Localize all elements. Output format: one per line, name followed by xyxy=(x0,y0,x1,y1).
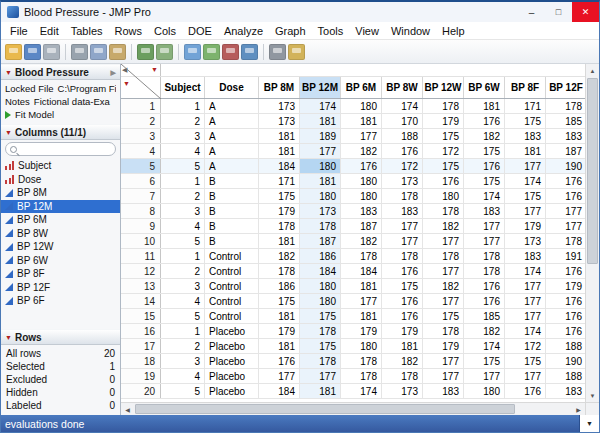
new-data-table-icon[interactable] xyxy=(184,44,201,60)
cell[interactable]: 178 xyxy=(546,99,585,113)
cell[interactable]: 176 xyxy=(546,189,585,203)
cell[interactable]: 181 xyxy=(259,339,300,353)
cell[interactable]: 175 xyxy=(382,279,423,293)
cell[interactable]: 178 xyxy=(464,249,505,263)
cell[interactable]: 181 xyxy=(259,129,300,143)
cell[interactable]: 177 xyxy=(464,369,505,383)
row-number[interactable]: 5 xyxy=(121,159,161,173)
cell[interactable]: Control xyxy=(205,249,259,263)
cell[interactable]: 175 xyxy=(464,144,505,158)
cell[interactable]: 178 xyxy=(423,324,464,338)
cell[interactable]: 183 xyxy=(423,384,464,398)
column-item-bp-8w[interactable]: BP 8W xyxy=(1,227,120,241)
scroll-up-icon[interactable]: ▲ xyxy=(586,64,599,77)
cell[interactable]: A xyxy=(205,144,259,158)
row-number[interactable]: 16 xyxy=(121,324,161,338)
column-header-bp-12f[interactable]: BP 12F xyxy=(546,77,585,98)
column-header-bp-8m[interactable]: BP 8M xyxy=(259,77,300,98)
cell[interactable]: Placebo xyxy=(205,324,259,338)
cell[interactable]: 181 xyxy=(259,234,300,248)
row-number[interactable]: 18 xyxy=(121,354,161,368)
cell[interactable]: Placebo xyxy=(205,384,259,398)
cell[interactable]: 182 xyxy=(423,219,464,233)
cell[interactable]: 176 xyxy=(382,144,423,158)
row-number[interactable]: 15 xyxy=(121,309,161,323)
cell[interactable]: 1 xyxy=(161,174,205,188)
row-number[interactable]: 19 xyxy=(121,369,161,383)
cell[interactable]: Control xyxy=(205,279,259,293)
cell[interactable]: 176 xyxy=(382,294,423,308)
cell[interactable]: 172 xyxy=(382,159,423,173)
scroll-right-icon[interactable]: ▶ xyxy=(572,403,585,415)
cell[interactable]: 175 xyxy=(464,354,505,368)
cell[interactable]: 176 xyxy=(382,264,423,278)
cell[interactable]: 4 xyxy=(161,219,205,233)
cell[interactable]: 2 xyxy=(161,339,205,353)
open-icon[interactable] xyxy=(5,44,22,60)
column-item-bp-12f[interactable]: BP 12F xyxy=(1,281,120,295)
cell[interactable]: 187 xyxy=(300,234,341,248)
cell[interactable]: 175 xyxy=(300,339,341,353)
cell[interactable]: 176 xyxy=(546,294,585,308)
cell[interactable]: 182 xyxy=(464,129,505,143)
cell[interactable]: Control xyxy=(205,294,259,308)
cell[interactable]: 188 xyxy=(546,339,585,353)
cell[interactable]: 172 xyxy=(423,144,464,158)
cell[interactable]: 182 xyxy=(341,234,382,248)
red-triangle-menu-icon[interactable]: ▼ xyxy=(5,129,12,136)
cell[interactable]: 181 xyxy=(259,144,300,158)
menu-view[interactable]: View xyxy=(349,25,385,37)
column-header-bp-6m[interactable]: BP 6M xyxy=(341,77,382,98)
cell[interactable]: 179 xyxy=(505,219,546,233)
cell[interactable]: 3 xyxy=(161,204,205,218)
redo-icon[interactable] xyxy=(156,44,173,60)
cell[interactable]: 179 xyxy=(382,324,423,338)
cell[interactable]: 181 xyxy=(341,309,382,323)
row-number[interactable]: 10 xyxy=(121,234,161,248)
rows-red-triangle-menu-icon[interactable]: ▼ xyxy=(123,80,130,87)
cell[interactable]: 179 xyxy=(546,279,585,293)
cell[interactable]: Placebo xyxy=(205,339,259,353)
cell[interactable]: 176 xyxy=(341,159,382,173)
cell[interactable]: 178 xyxy=(382,369,423,383)
cell[interactable]: Control xyxy=(205,309,259,323)
cell[interactable]: 174 xyxy=(505,324,546,338)
cell[interactable]: 184 xyxy=(259,159,300,173)
column-item-bp-8m[interactable]: BP 8M xyxy=(1,186,120,200)
cell[interactable]: 177 xyxy=(300,369,341,383)
row-number[interactable]: 14 xyxy=(121,294,161,308)
row-number[interactable]: 3 xyxy=(121,129,161,143)
cell[interactable]: 1 xyxy=(161,99,205,113)
column-item-bp-12w[interactable]: BP 12W xyxy=(1,240,120,254)
cell[interactable]: 177 xyxy=(464,234,505,248)
save-icon[interactable] xyxy=(24,44,41,60)
minimize-button[interactable]: – xyxy=(518,2,545,22)
cell[interactable]: 181 xyxy=(300,114,341,128)
cell[interactable]: 2 xyxy=(161,114,205,128)
column-item-bp-6m[interactable]: BP 6M xyxy=(1,213,120,227)
horizontal-scroll-thumb[interactable] xyxy=(135,404,515,414)
cell[interactable]: 181 xyxy=(505,144,546,158)
cell[interactable]: 181 xyxy=(300,384,341,398)
cell[interactable]: 176 xyxy=(546,174,585,188)
cell[interactable]: Placebo xyxy=(205,354,259,368)
cell[interactable]: 175 xyxy=(423,309,464,323)
cell[interactable]: 175 xyxy=(423,129,464,143)
cell[interactable]: 178 xyxy=(259,219,300,233)
cell[interactable]: 178 xyxy=(341,249,382,263)
cell[interactable]: 177 xyxy=(300,144,341,158)
cell[interactable]: 178 xyxy=(341,354,382,368)
column-item-bp-8f[interactable]: BP 8F xyxy=(1,267,120,281)
cell[interactable]: 174 xyxy=(341,384,382,398)
cell[interactable]: 183 xyxy=(546,384,585,398)
menu-rows[interactable]: Rows xyxy=(109,25,149,37)
cell[interactable]: 174 xyxy=(505,264,546,278)
cell[interactable]: 181 xyxy=(341,114,382,128)
cell[interactable]: 184 xyxy=(341,264,382,278)
cell[interactable]: 178 xyxy=(546,234,585,248)
column-header-bp-6w[interactable]: BP 6W xyxy=(464,77,505,98)
menu-tools[interactable]: Tools xyxy=(312,25,350,37)
cell[interactable]: 183 xyxy=(382,204,423,218)
analyze-icon[interactable] xyxy=(222,44,239,60)
cell[interactable]: A xyxy=(205,159,259,173)
